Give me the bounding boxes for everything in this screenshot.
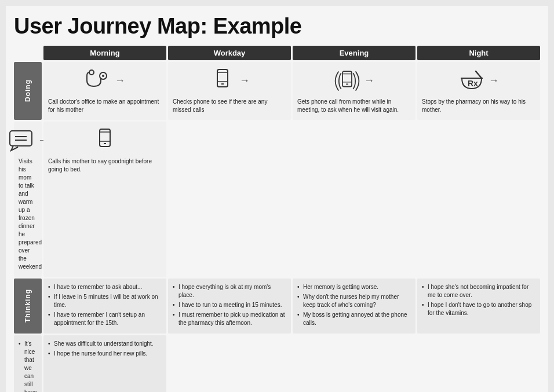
phone-small-icon (92, 127, 118, 154)
thinking-label: Thinking (14, 279, 42, 334)
header-empty (14, 46, 42, 60)
thinking-pharmacy-item-2: I hope I don't have to go to another sho… (422, 301, 535, 317)
thinking-pharmacy-list: I hope she's not becoming impatient for … (422, 283, 535, 317)
thinking-row: Thinking I have to remember to ask about… (14, 279, 540, 392)
arrow-4: → (489, 74, 499, 88)
phone-ringing-icon (334, 68, 360, 94)
doing-visit-icon-row: → (19, 127, 37, 154)
svg-line-13 (476, 71, 482, 78)
thinking-workday: I hope everything is ok at my mom's plac… (168, 279, 291, 334)
header-evening: Evening (293, 46, 416, 60)
arrow-1: → (115, 74, 125, 88)
doing-night-call-text: Calls his mother to say goodnight before… (48, 157, 162, 174)
thinking-workday-item-2: I have to run to a meeting in 15 minutes… (173, 301, 286, 309)
thinking-workday-list: I hope everything is ok at my mom's plac… (173, 283, 286, 327)
mortar-pestle-icon: Rx (458, 68, 485, 94)
thinking-night-item-1: She was difficult to understand tonight. (48, 340, 162, 348)
doing-workday-icon-row: → (173, 68, 286, 94)
doing-workday: → Checks phone to see if there are any m… (168, 62, 291, 120)
header-night: Night (417, 46, 540, 60)
doing-night-call-icon-row (48, 127, 162, 154)
thinking-workday-item-1: I hope everything is ok at my mom's plac… (173, 283, 286, 299)
doing-evening-text: Gets phone call from mother while in mee… (297, 98, 411, 114)
thinking-visit-list: It's nice that we can still have a conve… (19, 340, 37, 392)
thinking-morning-list: I have to remember to ask about... If I … (48, 283, 162, 327)
thinking-workday-item-3: I must remember to pick up medication at… (173, 311, 286, 327)
doing-visit-text: Visits his mom to talk and warm up a fro… (19, 157, 37, 271)
thinking-morning-item-1: I have to remember to ask about... (48, 283, 162, 291)
arrow-2: → (239, 74, 250, 88)
thinking-night: She was difficult to understand tonight.… (43, 335, 166, 392)
thinking-night-item-2: I hope the nurse found her new pills. (48, 350, 162, 358)
thinking-morning: I have to remember to ask about... If I … (43, 279, 166, 334)
doing-morning-icon-row: → (48, 68, 162, 94)
arrow-3: → (364, 74, 374, 88)
svg-rect-14 (10, 131, 32, 146)
chat-bubble-icon (8, 127, 34, 154)
header-row: Morning Workday Evening Night (14, 46, 540, 60)
thinking-evening-list: Her memory is getting worse. Why don't t… (297, 283, 411, 327)
thinking-visit-item-1: It's nice that we can still have a conve… (19, 340, 37, 392)
thinking-evening-item-2: Why don't the nurses help my mother keep… (297, 293, 411, 309)
thinking-morning-item-3: I have to remember I can't setup an appo… (48, 311, 162, 327)
thinking-visit: It's nice that we can still have a conve… (14, 335, 42, 392)
doing-label: Doing (14, 62, 42, 120)
doing-morning: → Call doctor's office to make an appoin… (43, 62, 166, 120)
doing-evening: → Gets phone call from mother while in m… (293, 62, 416, 120)
doing-evening-icon-row: → (297, 68, 411, 94)
thinking-pharmacy: I hope she's not becoming impatient for … (417, 279, 540, 334)
thinking-morning-item-2: If I leave in 5 minutes I will be at wor… (48, 293, 162, 309)
doing-night-call: Calls his mother to say goodnight before… (43, 122, 166, 277)
main-container: User Journey Map: Example Morning Workda… (6, 6, 548, 392)
page-title: User Journey Map: Example (14, 14, 540, 39)
header-morning: Morning (43, 46, 166, 60)
thinking-evening-item-1: Her memory is getting worse. (297, 283, 411, 291)
svg-text:Rx: Rx (468, 79, 478, 88)
doing-pharmacy-icon-row: Rx → (422, 68, 535, 94)
phone-icon (209, 68, 236, 94)
thinking-evening: Her memory is getting worse. Why don't t… (293, 279, 416, 334)
thinking-evening-item-3: My boss is getting annoyed at the phone … (297, 311, 411, 327)
doing-morning-text: Call doctor's office to make an appointm… (48, 98, 162, 114)
thinking-pharmacy-item-1: I hope she's not becoming impatient for … (422, 283, 535, 299)
thinking-night-list: She was difficult to understand tonight.… (48, 340, 162, 358)
doing-row: Doing → Call doctor's office to make an … (14, 62, 540, 277)
journey-grid: Morning Workday Evening Night Doing → (14, 46, 540, 392)
doing-workday-text: Checks phone to see if there are any mis… (173, 98, 286, 114)
stethoscope-icon (85, 68, 111, 94)
doing-visit: → Visits his mom to talk and warm up a f… (14, 122, 42, 277)
doing-pharmacy: Rx → Stops by the pharmacy on his way to… (417, 62, 540, 120)
doing-pharmacy-text: Stops by the pharmacy on his way to his … (422, 98, 535, 114)
svg-point-0 (89, 70, 94, 75)
header-workday: Workday (168, 46, 291, 60)
svg-point-2 (102, 75, 104, 77)
